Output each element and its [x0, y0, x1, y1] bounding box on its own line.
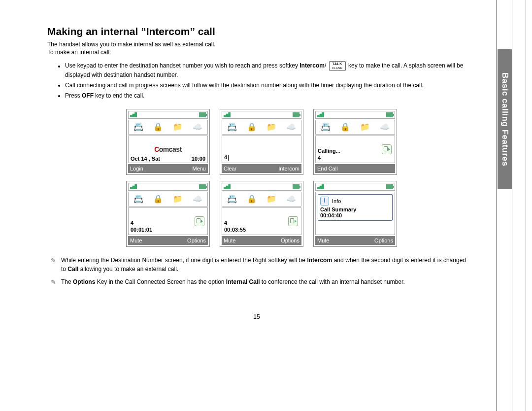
lock-icon: 🔒 — [339, 121, 351, 133]
folder-icon: 📁 — [172, 121, 184, 133]
page-number: 15 — [47, 313, 466, 320]
bullet-1: Use keypad to enter the destination hand… — [65, 61, 466, 79]
bullet-1-mid: / — [325, 63, 328, 69]
softkey-clear[interactable]: Clear — [222, 164, 262, 173]
signal-icon — [130, 112, 137, 117]
incall-info: 4 00:03:55 — [222, 207, 301, 235]
intro-line-1: The handset allows you to make internal … — [47, 41, 216, 48]
bullet-2: Call connecting and call in progress scr… — [65, 81, 466, 90]
incall-timer: 00:03:55 — [224, 227, 299, 233]
brand-logo: Comcast — [154, 145, 182, 153]
text-caret — [228, 155, 229, 161]
cloud-icon: ☁️ — [379, 121, 391, 133]
dial-digit: 4 — [224, 154, 227, 160]
footnotes: ✎ While entering the Destination Number … — [47, 256, 466, 287]
signal-icon — [224, 112, 231, 117]
note-2: ✎ The Options Key in the Call Connected … — [47, 277, 466, 287]
status-bar — [128, 111, 208, 119]
contacts-icon: 📇 — [226, 193, 238, 205]
info-label: Info — [332, 198, 341, 204]
softkey-options[interactable]: Options — [168, 236, 208, 245]
contacts-icon: 📇 — [133, 193, 144, 205]
screen-summary: i Info Call Summary 00:04:40 Mute Option… — [313, 181, 397, 247]
info-popup: i Info Call Summary 00:04:40 — [318, 194, 393, 221]
softkey-mute[interactable]: Mute — [222, 236, 262, 245]
lock-icon: 🔒 — [152, 193, 164, 205]
softkey-options[interactable]: Options — [355, 236, 395, 245]
softkey-mute[interactable]: Mute — [128, 236, 168, 245]
signal-icon — [130, 184, 137, 189]
note-1: ✎ While entering the Destination Number … — [47, 256, 466, 274]
screen-in-call-1: 📇 🔒 📁 ☁️ 4 00:01:01 — [126, 181, 210, 247]
softkey-end-call[interactable]: End Call — [315, 164, 395, 173]
bullet-3: Press OFF key to end the call. — [65, 92, 466, 100]
outgoing-call-icon — [288, 216, 298, 226]
home-mid: Comcast Oct 14 , Sat 10:00 — [128, 136, 208, 163]
manual-page: Basic calling Features Making an interna… — [0, 0, 532, 411]
cloud-icon: ☁️ — [192, 193, 203, 205]
battery-icon — [293, 112, 299, 117]
page-title: Making an internal “Intercom” call — [47, 26, 466, 37]
outgoing-call-icon — [382, 144, 392, 154]
folder-icon: 📁 — [266, 121, 277, 133]
contacts-icon: 📇 — [133, 121, 144, 133]
summary-title: Call Summary — [320, 206, 390, 212]
home-date: Oct 14 , Sat — [131, 156, 160, 162]
app-icon-row: 📇 🔒 📁 ☁️ — [128, 120, 208, 135]
softkey-intercom[interactable]: Intercom — [262, 164, 301, 173]
talk-flash-key-icon: TALKFLASH — [329, 61, 346, 71]
home-time: 10:00 — [192, 156, 205, 162]
battery-icon — [199, 184, 206, 189]
outgoing-call-icon — [195, 216, 204, 226]
flash-label: FLASH — [332, 67, 342, 69]
dial-entry: 4 — [222, 136, 301, 163]
battery-icon — [199, 112, 206, 117]
page-edge-rule — [526, 0, 526, 411]
screen-dial: 📇 🔒 📁 ☁️ 4 Clear Intercom — [220, 109, 303, 175]
summary-duration: 00:04:40 — [320, 212, 390, 218]
lock-icon: 🔒 — [152, 121, 164, 133]
intro-text: The handset allows you to make internal … — [47, 40, 466, 56]
folder-icon: 📁 — [172, 193, 184, 205]
battery-icon — [293, 184, 299, 189]
signal-icon — [224, 184, 231, 189]
contacts-icon: 📇 — [320, 121, 332, 133]
softkey-mute[interactable]: Mute — [315, 236, 355, 245]
bullet-1-bold: Intercom — [299, 63, 325, 69]
screen-home: 📇 🔒 📁 ☁️ Comcast Oct 14 , Sat 10:00 — [126, 109, 210, 175]
signal-icon — [317, 112, 324, 117]
note-icon: ✎ — [47, 256, 56, 274]
screenshots-grid: 📇 🔒 📁 ☁️ Comcast Oct 14 , Sat 10:00 — [126, 109, 402, 247]
info-icon: i — [320, 197, 329, 206]
bullet-3-post: key to end the call. — [94, 92, 144, 99]
bullet-3-pre: Press — [65, 92, 82, 99]
lock-icon: 🔒 — [246, 121, 258, 133]
contacts-icon: 📇 — [226, 121, 238, 133]
screen-row-1: 📇 🔒 📁 ☁️ Comcast Oct 14 , Sat 10:00 — [126, 109, 402, 175]
screen-calling: 📇 🔒 📁 ☁️ Calling... 4 — [313, 109, 397, 175]
softkey-options[interactable]: Options — [262, 236, 301, 245]
softkey-menu[interactable]: Menu — [168, 164, 208, 173]
calling-number: 4 — [318, 155, 393, 161]
folder-icon: 📁 — [359, 121, 371, 133]
note-icon: ✎ — [47, 277, 56, 287]
bullet-3-bold: OFF — [82, 92, 94, 99]
section-tab: Basic calling Features — [498, 49, 512, 189]
screen-row-2: 📇 🔒 📁 ☁️ 4 00:01:01 — [126, 181, 402, 247]
cloud-icon: ☁️ — [285, 193, 297, 205]
incall-info: 4 00:01:01 — [128, 207, 208, 235]
content-area: Making an internal “Intercom” call The h… — [47, 26, 466, 291]
cloud-icon: ☁️ — [285, 121, 297, 133]
bullet-1-pre: Use keypad to enter the destination hand… — [65, 63, 299, 69]
talk-label: TALK — [332, 62, 342, 66]
signal-icon — [317, 184, 324, 189]
softkey-login[interactable]: Login — [128, 164, 168, 173]
lock-icon: 🔒 — [246, 193, 258, 205]
intro-line-2: To make an internal call: — [47, 49, 111, 56]
instruction-list: Use keypad to enter the destination hand… — [47, 61, 466, 100]
folder-icon: 📁 — [266, 193, 277, 205]
battery-icon — [386, 184, 393, 189]
battery-icon — [386, 112, 393, 117]
screen-in-call-2: 📇 🔒 📁 ☁️ 4 00:03:55 — [220, 181, 303, 247]
cloud-icon: ☁️ — [192, 121, 203, 133]
